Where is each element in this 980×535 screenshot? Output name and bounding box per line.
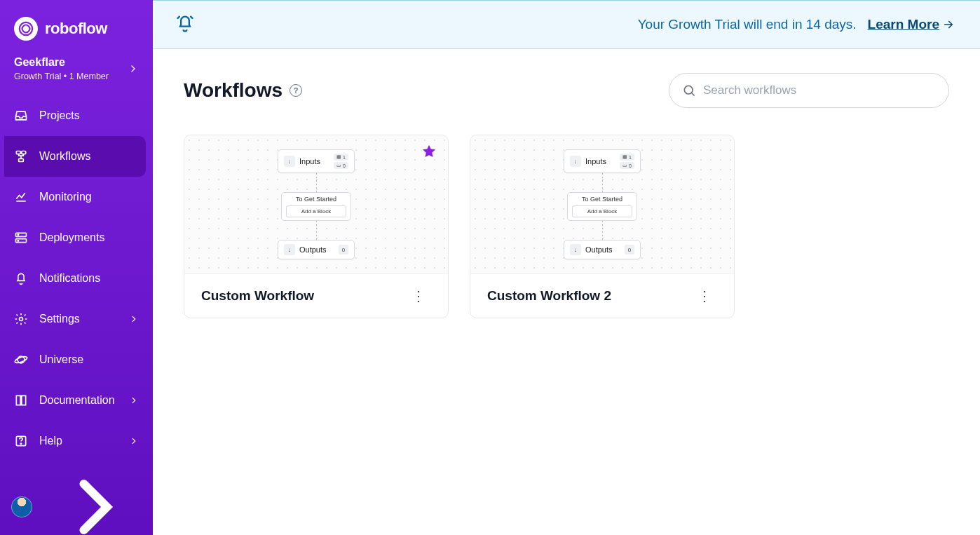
learn-more-label: Learn More bbox=[868, 17, 939, 32]
help-tooltip-icon[interactable]: ? bbox=[290, 84, 302, 97]
sidebar-item-settings[interactable]: Settings bbox=[0, 299, 153, 339]
preview-outputs-node: ↓ Outputs 0 bbox=[564, 240, 641, 259]
chart-icon bbox=[14, 190, 28, 204]
roboflow-logo-icon bbox=[14, 17, 38, 41]
sidebar-item-label: Documentation bbox=[39, 394, 118, 407]
bell-icon bbox=[14, 271, 28, 285]
star-icon[interactable] bbox=[421, 144, 437, 159]
preview-outputs-node: ↓ Outputs 0 bbox=[278, 240, 355, 259]
preview-get-started-node: To Get Started Add a Block bbox=[281, 192, 351, 221]
chevron-right-icon bbox=[129, 436, 139, 446]
workflow-card-title: Custom Workflow 2 bbox=[487, 288, 611, 304]
inbox-icon bbox=[14, 109, 28, 123]
sidebar-item-label: Projects bbox=[39, 109, 139, 122]
card-more-button[interactable]: ⋮ bbox=[406, 290, 431, 302]
workflow-card[interactable]: ↓ Inputs ▦1 ▭0 To Get Started Add a B bbox=[470, 135, 735, 318]
svg-point-6 bbox=[18, 234, 18, 235]
search-input[interactable] bbox=[703, 83, 936, 97]
svg-point-7 bbox=[18, 241, 18, 241]
trial-banner: Your Growth Trial will end in 14 days. L… bbox=[153, 0, 980, 49]
workflow-preview: ↓ Inputs ▦1 ▭0 To Get Started Add a B bbox=[470, 135, 734, 274]
svg-rect-2 bbox=[22, 151, 26, 154]
arrow-right-icon bbox=[942, 18, 955, 31]
svg-point-8 bbox=[20, 318, 23, 321]
workspace-plan-line: Growth Trial • 1 Member bbox=[14, 72, 109, 81]
preview-inputs-node: ↓ Inputs ▦1 ▭0 bbox=[278, 149, 355, 173]
workspace-name: Geekflare bbox=[14, 56, 109, 69]
chevron-right-icon bbox=[128, 63, 139, 74]
sidebar-item-help[interactable]: Help bbox=[0, 421, 153, 461]
svg-rect-3 bbox=[19, 158, 24, 161]
alert-bell-icon bbox=[175, 13, 195, 36]
sidebar-item-label: Monitoring bbox=[39, 191, 139, 203]
chevron-right-icon bbox=[49, 461, 142, 535]
main-area: Your Growth Trial will end in 14 days. L… bbox=[153, 0, 980, 535]
download-icon: ↓ bbox=[570, 156, 581, 167]
preview-inputs-node: ↓ Inputs ▦1 ▭0 bbox=[564, 149, 641, 173]
brand-logo[interactable]: roboflow bbox=[0, 0, 153, 52]
sidebar: roboflow Geekflare Growth Trial • 1 Memb… bbox=[0, 0, 153, 535]
trial-banner-message: Your Growth Trial will end in 14 days. bbox=[638, 17, 857, 32]
user-menu[interactable]: Narendra Mo… bbox=[0, 487, 153, 527]
workflow-card[interactable]: ↓ Inputs ▦1 ▭0 To Get Started Add a B bbox=[184, 135, 449, 318]
sidebar-item-label: Help bbox=[39, 435, 118, 447]
brand-name: roboflow bbox=[45, 20, 107, 38]
sidebar-item-universe[interactable]: Universe bbox=[0, 339, 153, 380]
card-more-button[interactable]: ⋮ bbox=[692, 290, 717, 302]
workflow-icon bbox=[14, 149, 28, 163]
svg-point-10 bbox=[14, 355, 28, 365]
planet-icon bbox=[14, 353, 28, 367]
svg-point-13 bbox=[684, 86, 693, 94]
avatar bbox=[11, 496, 32, 517]
sidebar-item-projects[interactable]: Projects bbox=[0, 95, 153, 136]
sidebar-item-monitoring[interactable]: Monitoring bbox=[0, 177, 153, 217]
sidebar-item-workflows[interactable]: Workflows bbox=[4, 136, 146, 177]
sidebar-item-deployments[interactable]: Deployments bbox=[0, 217, 153, 258]
primary-nav: Projects Workflows Monitoring Deployment… bbox=[0, 95, 153, 461]
workflow-preview: ↓ Inputs ▦1 ▭0 To Get Started Add a B bbox=[184, 135, 448, 274]
sidebar-item-label: Notifications bbox=[39, 272, 139, 285]
sidebar-item-label: Workflows bbox=[39, 150, 132, 163]
book-icon bbox=[14, 393, 28, 407]
sidebar-item-label: Universe bbox=[39, 353, 139, 366]
sidebar-item-label: Settings bbox=[39, 313, 118, 325]
sidebar-item-notifications[interactable]: Notifications bbox=[0, 258, 153, 299]
svg-point-12 bbox=[20, 443, 21, 444]
search-workflows[interactable] bbox=[669, 73, 949, 108]
page-title: Workflows bbox=[184, 79, 283, 102]
download-icon: ↓ bbox=[570, 244, 581, 255]
chevron-right-icon bbox=[129, 314, 139, 324]
learn-more-link[interactable]: Learn More bbox=[868, 17, 955, 32]
preview-get-started-node: To Get Started Add a Block bbox=[567, 192, 637, 221]
search-icon bbox=[682, 83, 696, 97]
help-icon bbox=[14, 434, 28, 448]
workflow-card-title: Custom Workflow bbox=[201, 288, 314, 304]
sidebar-item-label: Deployments bbox=[39, 231, 139, 244]
workspace-switcher[interactable]: Geekflare Growth Trial • 1 Member bbox=[0, 52, 153, 91]
download-icon: ↓ bbox=[284, 244, 295, 255]
sidebar-item-documentation[interactable]: Documentation bbox=[0, 380, 153, 421]
gear-icon bbox=[14, 312, 28, 326]
server-icon bbox=[14, 231, 28, 245]
chevron-right-icon bbox=[129, 395, 139, 405]
download-icon: ↓ bbox=[284, 156, 295, 167]
svg-rect-1 bbox=[16, 151, 20, 154]
